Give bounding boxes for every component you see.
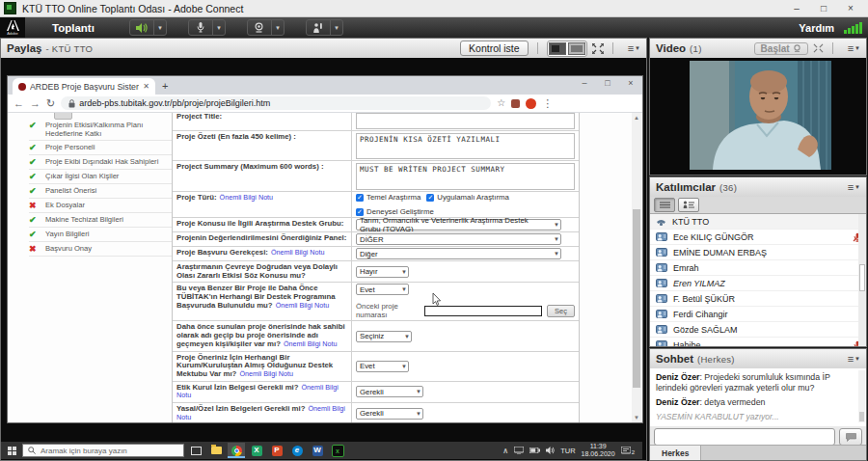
address-bar[interactable]: ardeb-pbs.tubitak.gov.tr/pb/proje/projeB… [61,96,491,110]
raise-hand-dropdown-icon[interactable]: ▼ [330,20,342,35]
select-field[interactable]: Evet▼ [356,284,409,295]
info-note-link[interactable]: Önemli Bilgi Notu [271,248,325,257]
checklist-item[interactable]: ✔Makine Techizat Bilgileri [29,213,176,228]
participant-row[interactable]: F. Betül ŞÜKÜR [650,291,866,307]
browser-minimize-button[interactable]: – [573,76,596,92]
extension-icon[interactable] [511,99,520,108]
scrollbar-thumb[interactable] [633,209,640,388]
attendee-list-view-icon[interactable] [654,198,675,212]
dark-app-icon[interactable]: x [329,443,346,458]
participant-row[interactable]: Habibe [650,338,866,346]
participant-row[interactable]: Gözde SAĞLAM [650,322,866,338]
participant-row[interactable]: Eren YILMAZ [650,276,866,291]
language-indicator[interactable]: TUR [560,447,575,455]
page-scrollbar[interactable]: ▲ ▼ [632,113,641,422]
chat-send-button[interactable] [839,428,862,446]
explorer-icon[interactable] [207,443,225,458]
forward-icon[interactable]: → [30,98,41,109]
new-tab-button[interactable]: + [162,80,168,92]
microphone-button-group[interactable]: ▼ [188,19,226,36]
browser-close-button[interactable]: × [619,76,642,92]
participants-scrollbar[interactable] [858,214,866,346]
checklist-item[interactable]: ✔Projenin Etkisi/Kalkınma Planı Hedefler… [29,119,176,141]
microphone-icon[interactable] [189,20,212,35]
webcam-icon[interactable] [248,20,271,35]
chat-input[interactable] [654,428,835,446]
browser-maximize-button[interactable]: □ [596,76,619,92]
share-view-toggle[interactable] [547,41,587,57]
info-note-link[interactable]: Önemli Bilgi Notu [284,339,338,348]
attendee-status-view-icon[interactable] [678,198,699,212]
participant-row[interactable]: KTÜ TTO [650,214,866,230]
browser-menu-icon[interactable]: ⋮ [542,98,553,109]
notification-center-icon[interactable]: 2 [621,447,635,455]
start-webcam-button[interactable]: Başlat [754,42,808,55]
edge-icon[interactable]: e [288,443,306,458]
window-close-button[interactable]: × [837,0,864,16]
checklist-item[interactable]: ✔Panelist Önerisi [29,184,176,199]
select-field[interactable]: Diğer▼ [356,248,561,259]
microphone-dropdown-icon[interactable]: ▼ [212,20,225,35]
task-view-icon[interactable] [187,443,204,458]
checklist-item[interactable]: ✖Ek Dosyalar [29,199,176,213]
menu-toplanti[interactable]: Toplantı [42,22,104,34]
checklist-item[interactable]: ✔Çıkar İlgisi Olan Kişiler [29,170,176,184]
speaker-icon[interactable] [130,20,153,35]
select-field[interactable]: Gerekli▼ [356,408,423,420]
select-field[interactable]: Hayır▼ [356,266,409,278]
participant-row[interactable]: Ferdi Cihangir [650,307,866,322]
speaker-button-group[interactable]: ▼ [129,19,167,36]
reload-icon[interactable]: ↻ [46,98,55,109]
checklist-item[interactable]: ✖Başvuru Onay [29,242,176,257]
tab-close-icon[interactable]: ✕ [143,82,149,91]
checkbox-option[interactable]: ✓Uygulamalı Araştırma [426,193,509,202]
select-field[interactable]: Evet▼ [356,361,409,372]
share-pane-menu-icon[interactable]: ≡▼ [628,44,640,53]
scroll-up-icon[interactable]: ▲ [632,113,641,122]
checkbox-option[interactable]: ✓Temel Araştırma [356,193,420,202]
textarea-field[interactable] [356,113,575,129]
scroll-down-icon[interactable]: ▼ [632,413,641,422]
share-view-presenter-icon[interactable] [549,42,566,55]
select-field[interactable]: Tarım, Ormancılık ve Veterinerlik Araştı… [356,219,561,230]
textarea-field[interactable]: MUST BE WRİTEN PROJECT SUMMARY [356,163,575,190]
select-field[interactable]: Seçiniz▼ [356,331,412,342]
webcam-button-group[interactable]: ▼ [247,19,285,36]
share-fullscreen-icon[interactable] [592,43,604,54]
start-button[interactable] [1,447,22,455]
window-maximize-button[interactable]: □ [810,0,837,16]
participant-row[interactable]: EMİNE DUMAN ERBAŞ [650,245,866,260]
video-pane-menu-icon[interactable]: ≡▼ [848,44,860,53]
speaker-dropdown-icon[interactable]: ▼ [153,20,166,35]
select-field[interactable]: DİĞER▼ [356,233,561,245]
bookmark-star-icon[interactable]: ☆ [497,98,505,108]
participants-pane-menu-icon[interactable]: ≡▼ [848,183,860,192]
help-menu[interactable]: Yardım [799,22,834,34]
volume-icon[interactable] [546,447,555,454]
checkbox-option[interactable]: ✓Deneysel Geliştirme [356,207,434,216]
chat-scrollbar[interactable] [858,370,865,422]
checklist-item[interactable]: ✔Proje Ekibi Dışındaki Hak Sahipleri [29,155,176,170]
tray-expand-icon[interactable]: ∧ [502,447,508,455]
raise-hand-button-group[interactable]: ▼ [306,19,343,36]
share-view-full-icon[interactable] [568,42,585,55]
video-fullscreen-icon[interactable] [813,43,824,53]
textarea-field[interactable]: PROJENİN KISA ÖZETİ YAZILMALI [356,133,575,159]
chat-pane-menu-icon[interactable]: ≡▼ [848,355,860,364]
participant-row[interactable]: Emrah [650,260,866,276]
battery-icon[interactable] [529,447,540,453]
taskbar-search[interactable]: Aramak için buraya yazın [22,444,184,457]
info-note-link[interactable]: Önemli Bilgi Notu [239,369,293,378]
raise-hand-icon[interactable] [307,20,330,35]
checklist-item[interactable]: ✔Yayın Bilgileri [29,228,176,242]
profile-avatar[interactable] [526,98,536,109]
select-field[interactable]: Gerekli▼ [356,386,423,397]
tray-clock[interactable]: 11:39 18.06.2020 [582,443,615,458]
webcam-dropdown-icon[interactable]: ▼ [271,20,284,35]
request-control-button[interactable]: Kontrol iste [460,41,529,56]
previous-project-number-input[interactable] [424,306,542,316]
excel-icon[interactable]: X [248,443,265,458]
participant-row[interactable]: Ece KILIÇ GÜNGÖR [650,230,866,245]
network-icon[interactable] [514,447,524,454]
word-icon[interactable]: W [309,443,326,458]
